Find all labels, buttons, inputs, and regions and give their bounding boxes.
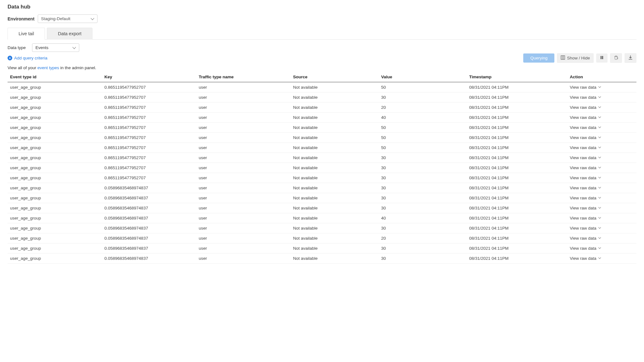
- help-post: in the admin panel.: [59, 65, 96, 70]
- view-raw-data-toggle[interactable]: View raw data: [570, 85, 602, 90]
- cell-event-type-id: user_age_group: [8, 213, 102, 223]
- cell-timestamp: 08/31/2021 04:11PM: [467, 193, 567, 203]
- chevron-down-icon: [598, 247, 602, 250]
- svg-rect-3: [601, 56, 602, 59]
- table-row: user_age_group0.05896835468974837userNot…: [8, 233, 636, 243]
- cell-key: 0.8651195477952707: [102, 92, 196, 103]
- cell-key: 0.05896835468974837: [102, 213, 196, 223]
- view-raw-data-toggle[interactable]: View raw data: [570, 95, 602, 100]
- cell-event-type-id: user_age_group: [8, 103, 102, 113]
- cell-source: Not available: [291, 163, 379, 173]
- cell-event-type-id: user_age_group: [8, 163, 102, 173]
- view-raw-data-toggle[interactable]: View raw data: [570, 115, 602, 120]
- view-raw-data-toggle[interactable]: View raw data: [570, 165, 602, 170]
- view-raw-data-label: View raw data: [570, 95, 597, 100]
- show-hide-button[interactable]: Show / Hide: [557, 53, 594, 63]
- download-button[interactable]: [625, 53, 636, 63]
- chevron-down-icon: [598, 237, 602, 240]
- cell-traffic-type-name: user: [196, 143, 291, 153]
- cell-value: 20: [379, 103, 467, 113]
- cell-event-type-id: user_age_group: [8, 133, 102, 143]
- cell-source: Not available: [291, 113, 379, 123]
- environment-row: Environment Staging-Default: [8, 14, 636, 23]
- cell-traffic-type-name: user: [196, 123, 291, 133]
- view-raw-data-toggle[interactable]: View raw data: [570, 175, 602, 180]
- data-type-select[interactable]: Events: [32, 43, 79, 52]
- chevron-down-icon: [91, 17, 94, 20]
- cell-action: View raw data: [567, 193, 636, 203]
- view-raw-data-label: View raw data: [570, 206, 597, 210]
- table-row: user_age_group0.8651195477952707userNot …: [8, 123, 636, 133]
- environment-select[interactable]: Staging-Default: [38, 14, 97, 23]
- view-raw-data-toggle[interactable]: View raw data: [570, 196, 602, 200]
- tab-data-export[interactable]: Data export: [47, 28, 92, 40]
- data-type-label: Data type: [8, 45, 26, 50]
- chevron-down-icon: [73, 46, 76, 49]
- view-raw-data-label: View raw data: [570, 226, 597, 231]
- cell-action: View raw data: [567, 223, 636, 233]
- cell-value: 30: [379, 193, 467, 203]
- chevron-down-icon: [598, 166, 602, 170]
- view-raw-data-toggle[interactable]: View raw data: [570, 246, 602, 251]
- add-query-criteria-link[interactable]: + Add query criteria: [8, 56, 47, 60]
- cell-action: View raw data: [567, 163, 636, 173]
- view-raw-data-toggle[interactable]: View raw data: [570, 226, 602, 231]
- cell-event-type-id: user_age_group: [8, 183, 102, 193]
- cell-action: View raw data: [567, 113, 636, 123]
- columns-icon: [561, 55, 565, 61]
- view-raw-data-toggle[interactable]: View raw data: [570, 206, 602, 210]
- table-row: user_age_group0.05896835468974837userNot…: [8, 183, 636, 193]
- data-type-row: Data type Events: [8, 43, 636, 52]
- view-raw-data-toggle[interactable]: View raw data: [570, 216, 602, 220]
- view-raw-data-toggle[interactable]: View raw data: [570, 256, 602, 261]
- table-row: user_age_group0.8651195477952707userNot …: [8, 103, 636, 113]
- view-raw-data-label: View raw data: [570, 105, 597, 110]
- cell-timestamp: 08/31/2021 04:11PM: [467, 103, 567, 113]
- cell-source: Not available: [291, 92, 379, 103]
- cell-event-type-id: user_age_group: [8, 233, 102, 243]
- view-raw-data-toggle[interactable]: View raw data: [570, 105, 602, 110]
- cell-key: 0.05896835468974837: [102, 183, 196, 193]
- pause-button[interactable]: [596, 53, 608, 63]
- view-raw-data-toggle[interactable]: View raw data: [570, 236, 602, 241]
- svg-rect-4: [602, 56, 603, 59]
- chevron-down-icon: [598, 96, 602, 99]
- querying-button[interactable]: Querying: [523, 53, 554, 63]
- cell-source: Not available: [291, 133, 379, 143]
- event-types-link[interactable]: event types: [37, 65, 59, 70]
- svg-rect-5: [614, 56, 618, 57]
- cell-value: 50: [379, 133, 467, 143]
- view-raw-data-label: View raw data: [570, 165, 597, 170]
- cell-timestamp: 08/31/2021 04:11PM: [467, 253, 567, 264]
- cell-key: 0.8651195477952707: [102, 103, 196, 113]
- cell-event-type-id: user_age_group: [8, 173, 102, 183]
- table-row: user_age_group0.8651195477952707userNot …: [8, 113, 636, 123]
- cell-event-type-id: user_age_group: [8, 123, 102, 133]
- view-raw-data-label: View raw data: [570, 135, 597, 140]
- cell-timestamp: 08/31/2021 04:11PM: [467, 153, 567, 163]
- cell-event-type-id: user_age_group: [8, 153, 102, 163]
- tab-live-tail[interactable]: Live tail: [8, 28, 45, 40]
- cell-key: 0.8651195477952707: [102, 133, 196, 143]
- cell-value: 30: [379, 163, 467, 173]
- col-value: Value: [379, 72, 467, 82]
- cell-traffic-type-name: user: [196, 133, 291, 143]
- cell-source: Not available: [291, 123, 379, 133]
- view-raw-data-toggle[interactable]: View raw data: [570, 135, 602, 140]
- add-query-criteria-label: Add query criteria: [14, 56, 47, 60]
- clear-button[interactable]: [610, 53, 622, 63]
- view-raw-data-toggle[interactable]: View raw data: [570, 186, 602, 190]
- cell-value: 30: [379, 253, 467, 264]
- cell-value: 20: [379, 233, 467, 243]
- view-raw-data-toggle[interactable]: View raw data: [570, 155, 602, 160]
- cell-source: Not available: [291, 193, 379, 203]
- cell-source: Not available: [291, 213, 379, 223]
- view-raw-data-toggle[interactable]: View raw data: [570, 145, 602, 150]
- view-raw-data-toggle[interactable]: View raw data: [570, 125, 602, 130]
- cell-event-type-id: user_age_group: [8, 253, 102, 264]
- chevron-down-icon: [598, 217, 602, 220]
- tabs: Live tail Data export: [8, 27, 636, 40]
- chevron-down-icon: [598, 146, 602, 149]
- view-raw-data-label: View raw data: [570, 125, 597, 130]
- col-event-type-id: Event type id: [8, 72, 102, 82]
